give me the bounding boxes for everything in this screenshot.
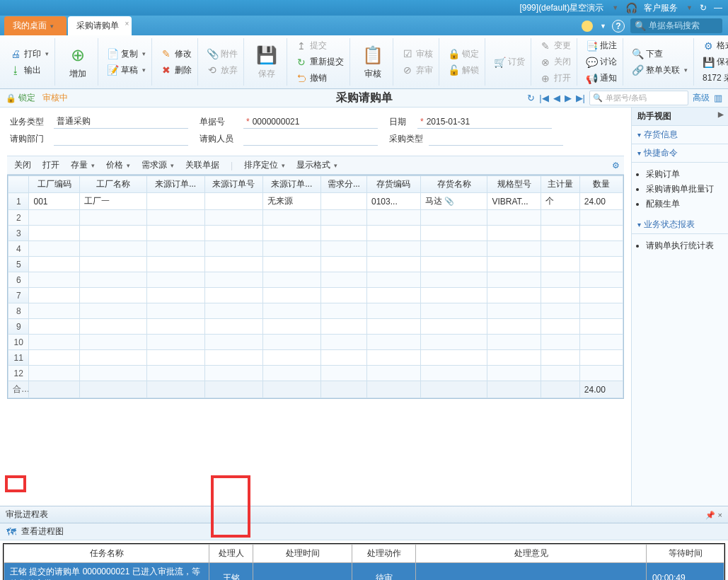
table-cell[interactable]: 24.00 bbox=[579, 193, 623, 210]
appr-col-person[interactable]: 处理人 bbox=[209, 545, 253, 563]
col-src-order-no[interactable]: 来源订单号 bbox=[204, 176, 262, 193]
biz-type-value[interactable]: 普通采购 bbox=[54, 115, 188, 129]
table-cell[interactable] bbox=[262, 350, 320, 366]
col-inv-name[interactable]: 存货名称 bbox=[420, 176, 487, 193]
rownum-cell[interactable]: 6 bbox=[8, 272, 29, 288]
format-set-button[interactable]: ⚙格式设置 bbox=[700, 38, 728, 53]
table-cell[interactable] bbox=[420, 226, 487, 241]
table-cell[interactable] bbox=[541, 272, 580, 288]
rownum-cell[interactable]: 11 bbox=[8, 350, 29, 366]
tenant-label[interactable]: [999](default)星空演示 bbox=[519, 2, 603, 14]
rownum-cell[interactable]: 5 bbox=[8, 257, 29, 272]
tb-close[interactable]: 关闭 bbox=[14, 159, 31, 171]
global-search[interactable]: 🔍 单据条码搜索 bbox=[630, 18, 722, 33]
delete-button[interactable]: ✖删除 bbox=[158, 63, 195, 78]
next-icon[interactable]: ▶ bbox=[565, 93, 572, 103]
table-cell[interactable] bbox=[420, 366, 487, 381]
assist-sec-quick[interactable]: ▾快捷命令 bbox=[632, 144, 728, 163]
table-cell[interactable] bbox=[320, 303, 366, 319]
table-cell[interactable] bbox=[320, 288, 366, 303]
appr-col-task[interactable]: 任务名称 bbox=[4, 545, 209, 563]
col-src-order-type[interactable]: 来源订单... bbox=[146, 176, 204, 193]
table-cell[interactable]: 无来源 bbox=[262, 193, 320, 210]
table-cell[interactable] bbox=[420, 350, 487, 366]
collapse-icon[interactable]: ▶ bbox=[718, 110, 724, 118]
table-row[interactable]: 9 bbox=[8, 319, 623, 335]
table-cell[interactable] bbox=[262, 288, 320, 303]
table-cell[interactable] bbox=[420, 257, 487, 272]
attach-button[interactable]: 📎附件 bbox=[204, 47, 241, 62]
table-cell[interactable] bbox=[487, 350, 541, 366]
minimize-icon[interactable]: — bbox=[714, 3, 722, 13]
table-cell[interactable] bbox=[262, 303, 320, 319]
table-cell[interactable] bbox=[420, 319, 487, 335]
table-cell[interactable] bbox=[487, 241, 541, 257]
table-cell[interactable] bbox=[579, 366, 623, 381]
table-cell[interactable] bbox=[487, 335, 541, 350]
smiley-dropdown-icon[interactable]: ▼ bbox=[600, 23, 606, 30]
table-cell[interactable] bbox=[487, 319, 541, 335]
table-cell[interactable] bbox=[79, 366, 146, 381]
appr-col-wait[interactable]: 等待时间 bbox=[647, 545, 724, 563]
table-cell[interactable] bbox=[579, 257, 623, 272]
table-row[interactable]: 10 bbox=[8, 335, 623, 350]
table-cell[interactable] bbox=[579, 241, 623, 257]
table-cell[interactable] bbox=[146, 335, 204, 350]
table-cell[interactable]: 工厂一 bbox=[79, 193, 146, 210]
col-factory-name[interactable]: 工厂名称 bbox=[79, 176, 146, 193]
first-icon[interactable]: |◀ bbox=[539, 93, 548, 103]
table-cell[interactable] bbox=[146, 350, 204, 366]
table-cell[interactable] bbox=[367, 366, 421, 381]
table-cell[interactable] bbox=[367, 241, 421, 257]
status-item[interactable]: 请购单执行统计表 bbox=[646, 240, 722, 252]
table-cell[interactable] bbox=[204, 226, 262, 241]
table-cell[interactable] bbox=[320, 335, 366, 350]
table-cell[interactable] bbox=[204, 257, 262, 272]
table-cell[interactable] bbox=[204, 288, 262, 303]
table-cell[interactable] bbox=[79, 226, 146, 241]
table-cell[interactable] bbox=[541, 335, 580, 350]
table-cell[interactable] bbox=[487, 303, 541, 319]
table-row[interactable]: 12 bbox=[8, 366, 623, 381]
table-cell[interactable] bbox=[79, 303, 146, 319]
table-cell[interactable] bbox=[541, 303, 580, 319]
rownum-cell[interactable]: 1 bbox=[8, 193, 29, 210]
table-cell[interactable] bbox=[579, 335, 623, 350]
close-panel-icon[interactable]: × bbox=[718, 511, 722, 519]
table-cell[interactable] bbox=[367, 210, 421, 226]
tb-related[interactable]: 关联单据 bbox=[185, 159, 219, 171]
table-cell[interactable] bbox=[487, 366, 541, 381]
table-cell[interactable]: 个 bbox=[541, 193, 580, 210]
table-cell[interactable] bbox=[541, 319, 580, 335]
table-cell[interactable] bbox=[541, 366, 580, 381]
view-flow-link[interactable]: 查看进程图 bbox=[21, 526, 64, 538]
rownum-cell[interactable]: 7 bbox=[8, 288, 29, 303]
rownum-cell[interactable]: 8 bbox=[8, 303, 29, 319]
tenant-dropdown-icon[interactable]: ▼ bbox=[612, 4, 618, 11]
submit-button[interactable]: ↥提交 bbox=[293, 38, 347, 53]
table-cell[interactable] bbox=[367, 350, 421, 366]
table-cell[interactable]: 001 bbox=[29, 193, 80, 210]
modify-button[interactable]: ✎修改 bbox=[158, 47, 195, 62]
table-cell[interactable] bbox=[146, 288, 204, 303]
table-cell[interactable] bbox=[262, 241, 320, 257]
table-cell[interactable] bbox=[79, 241, 146, 257]
table-cell[interactable] bbox=[146, 210, 204, 226]
date-value[interactable]: *2015-01-31 bbox=[417, 115, 552, 129]
table-cell[interactable] bbox=[320, 319, 366, 335]
doc-search[interactable]: 🔍 单据号/条码 bbox=[589, 91, 688, 105]
table-cell[interactable] bbox=[204, 366, 262, 381]
col-uom[interactable]: 主计量 bbox=[541, 176, 580, 193]
quick-item[interactable]: 采购请购单批量订 bbox=[646, 183, 722, 195]
table-cell[interactable] bbox=[367, 226, 421, 241]
close-button[interactable]: ⊗关闭 bbox=[537, 54, 574, 69]
quick-item[interactable]: 配额生单 bbox=[646, 198, 722, 210]
table-cell[interactable] bbox=[146, 193, 204, 210]
table-row[interactable]: 11 bbox=[8, 350, 623, 366]
rownum-cell[interactable]: 9 bbox=[8, 319, 29, 335]
order-button[interactable]: 🛒订货 bbox=[491, 54, 528, 69]
smiley-icon[interactable] bbox=[582, 21, 593, 32]
table-cell[interactable] bbox=[320, 257, 366, 272]
refresh-icon[interactable]: ↻ bbox=[527, 93, 535, 103]
table-row[interactable]: 5 bbox=[8, 257, 623, 272]
